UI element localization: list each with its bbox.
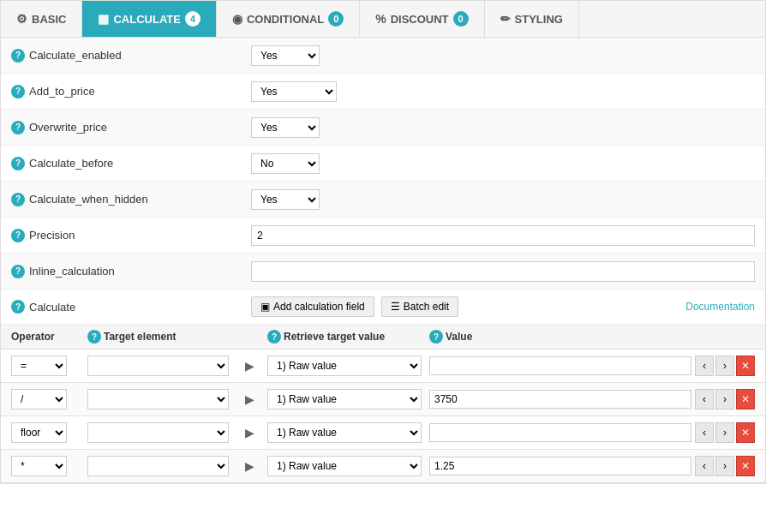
- target-select[interactable]: [87, 389, 229, 409]
- add-to-price-label: Add_to_price: [29, 85, 95, 98]
- pointer-icon: ▶: [245, 426, 254, 439]
- help-icon-calculate-when-hidden[interactable]: ?: [11, 193, 25, 206]
- help-icon-retrieve-header[interactable]: ?: [267, 330, 281, 344]
- calculate-when-hidden-select[interactable]: Yes No: [251, 189, 320, 210]
- value-header-label: Value: [446, 331, 472, 343]
- precision-input[interactable]: [251, 225, 755, 246]
- calculate-when-hidden-label: Calculate_when_hidden: [29, 193, 148, 206]
- action-buttons: ‹ › ✕: [695, 389, 755, 409]
- row-calculate: ? Calculate ▣ Add calculation field ☰ Ba…: [1, 290, 765, 325]
- row-calculate-enabled: ? Calculate_enabled Yes No: [1, 38, 765, 74]
- help-icon-inline-calculation[interactable]: ?: [11, 265, 25, 278]
- pointer-icon: ▶: [245, 392, 254, 406]
- delete-row-button[interactable]: ✕: [736, 356, 755, 376]
- operator-select[interactable]: =/floor*+-: [11, 456, 67, 476]
- calculate-badge: 4: [185, 11, 200, 27]
- batch-edit-button[interactable]: ☰ Batch edit: [381, 296, 458, 317]
- target-select[interactable]: [87, 356, 229, 376]
- row-overwrite-price: ? Overwrite_price Yes No: [1, 110, 765, 146]
- label-add-to-price: ? Add_to_price: [11, 85, 251, 99]
- overwrite-price-label: Overwrite_price: [29, 121, 107, 134]
- target-select[interactable]: [87, 456, 229, 476]
- control-calculate-enabled: Yes No: [251, 45, 755, 66]
- batch-btn-label: Batch edit: [404, 301, 449, 313]
- tab-styling[interactable]: ✏ STYLING: [485, 1, 579, 37]
- calculate-before-select[interactable]: No Yes: [251, 153, 320, 174]
- basic-icon: ⚙: [16, 12, 27, 26]
- tab-bar: ⚙ BASIC ▦ CALCULATE 4 ◉ CONDITIONAL 0 % …: [1, 1, 765, 38]
- operator-select[interactable]: =/floor*+-: [11, 356, 67, 376]
- header-operator: Operator: [11, 331, 84, 343]
- row-precision: ? Precision: [1, 218, 765, 254]
- move-right-button[interactable]: ›: [715, 422, 734, 443]
- retrieve-select[interactable]: 1) Raw value2) Formatted value3) Label: [267, 389, 422, 409]
- move-left-button[interactable]: ‹: [695, 389, 714, 409]
- help-icon-target-header[interactable]: ?: [87, 330, 101, 344]
- tab-conditional[interactable]: ◉ CONDITIONAL 0: [217, 1, 360, 37]
- value-input[interactable]: [429, 390, 691, 409]
- move-right-button[interactable]: ›: [715, 389, 734, 409]
- label-calculate-before: ? Calculate_before: [11, 157, 251, 170]
- label-calculate-enabled: ? Calculate_enabled: [11, 49, 251, 63]
- tab-discount-label: DISCOUNT: [391, 13, 449, 26]
- plus-icon: ▣: [260, 301, 270, 313]
- value-input[interactable]: [429, 423, 691, 442]
- inline-calculation-label: Inline_calculation: [29, 265, 115, 278]
- calculate-controls: ▣ Add calculation field ☰ Batch edit Doc…: [251, 296, 755, 317]
- documentation-link[interactable]: Documentation: [685, 301, 755, 313]
- tab-calculate[interactable]: ▦ CALCULATE 4: [82, 1, 216, 37]
- label-calculate: ? Calculate: [11, 300, 251, 314]
- delete-row-button[interactable]: ✕: [736, 456, 755, 476]
- pointer-icon: ▶: [245, 459, 254, 473]
- operator-select[interactable]: =/floor*+-: [11, 389, 67, 409]
- table-row: =/floor*+-▶1) Raw value2) Formatted valu…: [1, 416, 765, 450]
- help-icon-value-header[interactable]: ?: [429, 330, 443, 344]
- overwrite-price-select[interactable]: Yes No: [251, 117, 320, 138]
- retrieve-select[interactable]: 1) Raw value2) Formatted value3) Label: [267, 456, 422, 476]
- help-icon-calculate-enabled[interactable]: ?: [11, 49, 25, 63]
- control-add-to-price: Yes No: [251, 81, 755, 102]
- target-select[interactable]: [87, 422, 229, 443]
- add-calculation-field-button[interactable]: ▣ Add calculation field: [251, 296, 374, 317]
- move-left-button[interactable]: ‹: [695, 422, 714, 443]
- header-value: ? Value: [429, 330, 691, 344]
- help-icon-calculate-before[interactable]: ?: [11, 157, 25, 170]
- help-icon-precision[interactable]: ?: [11, 229, 25, 242]
- row-add-to-price: ? Add_to_price Yes No: [1, 74, 765, 110]
- move-left-button[interactable]: ‹: [695, 456, 714, 476]
- help-icon-overwrite-price[interactable]: ?: [11, 121, 25, 134]
- move-right-button[interactable]: ›: [715, 356, 734, 376]
- table-row: =/floor*+-▶1) Raw value2) Formatted valu…: [1, 383, 765, 416]
- tab-basic[interactable]: ⚙ BASIC: [1, 1, 82, 37]
- inline-calculation-input[interactable]: [251, 261, 755, 282]
- row-calculate-when-hidden: ? Calculate_when_hidden Yes No: [1, 182, 765, 218]
- calculate-enabled-label: Calculate_enabled: [29, 49, 122, 62]
- calculate-enabled-select[interactable]: Yes No: [251, 45, 320, 66]
- form-section: ? Calculate_enabled Yes No ? Add_to_pric…: [1, 38, 765, 325]
- value-input[interactable]: [429, 457, 691, 475]
- move-right-button[interactable]: ›: [715, 456, 734, 476]
- list-icon: ☰: [391, 301, 400, 313]
- label-precision: ? Precision: [11, 229, 251, 242]
- help-icon-add-to-price[interactable]: ?: [11, 85, 25, 99]
- label-inline-calculation: ? Inline_calculation: [11, 265, 251, 278]
- help-icon-calculate[interactable]: ?: [11, 300, 25, 314]
- tab-conditional-label: CONDITIONAL: [247, 13, 324, 26]
- delete-row-button[interactable]: ✕: [736, 389, 755, 409]
- retrieve-select[interactable]: 1) Raw value2) Formatted value3) Label: [267, 356, 422, 376]
- table-row: =/floor*+-▶1) Raw value2) Formatted valu…: [1, 350, 765, 383]
- delete-row-button[interactable]: ✕: [736, 422, 755, 443]
- label-overwrite-price: ? Overwrite_price: [11, 121, 251, 134]
- value-input[interactable]: [429, 356, 691, 375]
- tab-discount[interactable]: % DISCOUNT 0: [360, 1, 484, 37]
- retrieve-header-label: Retrieve target value: [284, 331, 385, 343]
- discount-icon: %: [375, 12, 386, 26]
- add-to-price-select[interactable]: Yes No: [251, 81, 337, 102]
- move-left-button[interactable]: ‹: [695, 356, 714, 376]
- control-calculate-when-hidden: Yes No: [251, 189, 755, 210]
- conditional-badge: 0: [328, 11, 344, 27]
- retrieve-select[interactable]: 1) Raw value2) Formatted value3) Label: [267, 422, 422, 443]
- operator-select[interactable]: =/floor*+-: [11, 422, 67, 443]
- main-container: ⚙ BASIC ▦ CALCULATE 4 ◉ CONDITIONAL 0 % …: [0, 0, 766, 484]
- tab-basic-label: BASIC: [32, 13, 66, 26]
